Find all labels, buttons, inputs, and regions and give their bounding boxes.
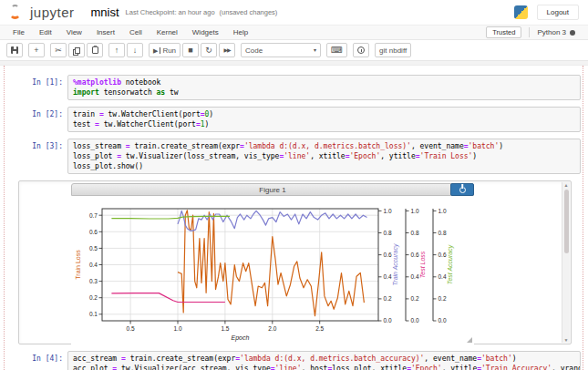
- input-prompt: In [3]:: [7, 139, 67, 174]
- svg-text:0.8: 0.8: [411, 230, 419, 236]
- svg-text:0.4: 0.4: [438, 273, 447, 280]
- svg-text:0.3: 0.3: [89, 278, 98, 284]
- svg-text:0.6: 0.6: [89, 229, 98, 235]
- save-button[interactable]: [6, 43, 23, 57]
- clock-icon: [357, 46, 365, 54]
- history-button[interactable]: [353, 43, 369, 57]
- save-icon: [11, 46, 18, 54]
- code-editor-1[interactable]: %matplotlib notebookimport tensorwatch a…: [67, 75, 581, 100]
- checkpoint-status: Last Checkpoint: an hour ago: [126, 8, 215, 16]
- chevron-down-icon: ▾: [314, 47, 316, 53]
- kernel-indicator: Python 3: [529, 27, 583, 37]
- insert-cell-button[interactable]: +: [28, 43, 45, 57]
- menu-cell[interactable]: Cell: [122, 26, 150, 38]
- svg-text:Test Loss: Test Loss: [419, 251, 426, 278]
- step-forward-icon: ▶: [153, 47, 158, 54]
- run-button[interactable]: ▶Run: [149, 43, 181, 57]
- code-cell-4: In [4]: acc_stream = train.create_stream…: [7, 351, 581, 370]
- code-editor-3[interactable]: loss_stream = train.create_stream(expr='…: [67, 139, 581, 174]
- figure-resize-handle[interactable]: [467, 337, 472, 343]
- input-prompt: In [4]:: [7, 351, 67, 370]
- svg-text:1.0: 1.0: [384, 208, 392, 214]
- scroll-up-icon[interactable]: ▲: [564, 182, 569, 188]
- copy-icon: [75, 47, 80, 54]
- paste-cell-button[interactable]: [87, 43, 103, 57]
- restart-run-all-button[interactable]: ▶▶: [219, 43, 235, 57]
- fast-forward-icon: ▶▶: [223, 47, 230, 53]
- figure-title-bar[interactable]: Figure 1: [71, 183, 474, 196]
- svg-text:0.0: 0.0: [411, 317, 419, 324]
- svg-text:1.0: 1.0: [173, 325, 181, 332]
- figure-canvas: 0.10.20.30.40.50.60.7Train Loss0.51.01.5…: [71, 196, 474, 344]
- jupyter-logo-text[interactable]: jupyter: [30, 5, 75, 20]
- arrow-up-icon: ↑: [115, 46, 119, 55]
- svg-text:1.0: 1.0: [438, 208, 447, 214]
- input-prompt: In [1]:: [7, 75, 67, 100]
- matplotlib-figure-widget: Figure 1 0.10.20.30.40.50.60.7Train Loss…: [71, 183, 474, 344]
- menu-edit[interactable]: Edit: [32, 26, 59, 38]
- menu-insert[interactable]: Insert: [89, 26, 122, 38]
- scrollbar-thumb[interactable]: [564, 190, 569, 253]
- command-palette-button[interactable]: ⌨: [326, 43, 347, 57]
- trusted-badge[interactable]: Trusted: [486, 26, 521, 38]
- keyboard-icon: ⌨: [331, 46, 343, 55]
- toolbar: + ✂ ↑ ↓ ▶Run ■ ↻ ▶▶ Code ▾ ⌨ git nbdiff: [0, 40, 588, 61]
- menu-view[interactable]: View: [59, 26, 89, 38]
- notebook-area: In [1]: %matplotlib notebookimport tenso…: [0, 66, 588, 370]
- menu-file[interactable]: File: [5, 26, 32, 38]
- svg-text:0.4: 0.4: [384, 273, 392, 280]
- svg-text:0.8: 0.8: [384, 230, 392, 236]
- menu-kernel[interactable]: Kernel: [150, 26, 185, 38]
- restart-kernel-button[interactable]: ↻: [201, 43, 217, 57]
- notebook-title[interactable]: mnist: [91, 5, 119, 19]
- code-editor-2[interactable]: train = tw.WatcherClient(port=0)test = t…: [67, 107, 581, 132]
- stop-icon: ■: [188, 46, 192, 55]
- svg-text:Train Accuracy: Train Accuracy: [392, 243, 399, 285]
- move-cell-up-button[interactable]: ↑: [108, 43, 125, 57]
- interrupt-kernel-button[interactable]: ■: [182, 43, 199, 57]
- menu-widgets[interactable]: Widgets: [185, 26, 226, 38]
- svg-text:0.2: 0.2: [89, 294, 98, 301]
- svg-text:0.0: 0.0: [384, 317, 392, 324]
- git-nbdiff-button[interactable]: git nbdiff: [375, 43, 411, 57]
- svg-text:2.0: 2.0: [268, 325, 276, 332]
- svg-text:0.0: 0.0: [438, 317, 447, 324]
- svg-text:0.5: 0.5: [127, 325, 135, 332]
- svg-text:0.8: 0.8: [438, 230, 447, 236]
- svg-text:0.1: 0.1: [89, 311, 98, 317]
- logout-button[interactable]: Logout: [537, 5, 579, 20]
- svg-text:Test Accuracy: Test Accuracy: [447, 244, 454, 284]
- move-cell-down-button[interactable]: ↓: [127, 43, 143, 57]
- svg-text:1.5: 1.5: [221, 325, 229, 332]
- svg-text:0.7: 0.7: [89, 212, 98, 219]
- svg-text:0.4: 0.4: [89, 262, 98, 268]
- figure-title: Figure 1: [259, 186, 285, 194]
- scroll-down-icon[interactable]: ▼: [564, 337, 569, 343]
- svg-text:0.6: 0.6: [384, 252, 392, 258]
- plus-icon: +: [34, 46, 38, 55]
- scissors-icon: ✂: [55, 46, 62, 55]
- svg-text:0.6: 0.6: [411, 252, 419, 258]
- input-prompt: In [2]:: [7, 107, 67, 132]
- svg-text:0.2: 0.2: [411, 295, 419, 302]
- figure-canvas-svg: 0.10.20.30.40.50.60.7Train Loss0.51.01.5…: [71, 196, 474, 344]
- svg-text:Epoch: Epoch: [232, 334, 250, 342]
- kernel-status-icon: [570, 30, 575, 36]
- jupyter-logo-icon[interactable]: [8, 5, 26, 21]
- cell-type-select[interactable]: Code ▾: [241, 43, 321, 57]
- copy-cell-button[interactable]: [68, 43, 85, 57]
- power-icon: [459, 187, 466, 193]
- autosave-status: (unsaved changes): [220, 8, 278, 16]
- arrow-down-icon: ↓: [133, 46, 138, 55]
- restart-icon: ↻: [205, 46, 212, 55]
- svg-text:0.2: 0.2: [438, 295, 447, 302]
- svg-text:1.0: 1.0: [411, 208, 419, 214]
- code-cell-3: In [3]: loss_stream = train.create_strea…: [7, 139, 581, 174]
- svg-text:Train Loss: Train Loss: [75, 250, 81, 280]
- cut-cell-button[interactable]: ✂: [50, 43, 67, 57]
- svg-text:0.4: 0.4: [411, 273, 419, 280]
- code-editor-4[interactable]: acc_stream = train.create_stream(expr='l…: [67, 351, 581, 370]
- svg-text:0.2: 0.2: [384, 295, 392, 302]
- menu-help[interactable]: Help: [226, 26, 255, 38]
- figure-close-button[interactable]: [450, 183, 474, 196]
